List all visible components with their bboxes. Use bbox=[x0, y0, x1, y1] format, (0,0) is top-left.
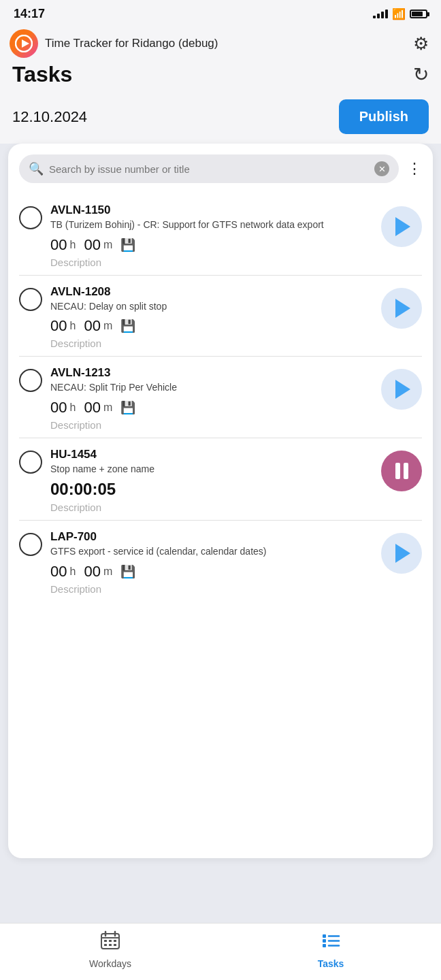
task-content: AVLN-1213NECAU: Split Trip Per Vehicle00… bbox=[50, 366, 373, 431]
hours-unit: h bbox=[69, 566, 76, 578]
task-list: AVLN-1150TB (Turizem Bohinj) - CR: Suppo… bbox=[19, 194, 422, 602]
nav-item-workdays[interactable]: Workdays bbox=[0, 930, 220, 969]
tasks-icon bbox=[321, 930, 341, 956]
app-bar: Time Tracker for Ridango (debug) ⚙ bbox=[0, 25, 441, 61]
task-content: HU-1454Stop name + zone name00:00:05Desc… bbox=[50, 448, 373, 514]
search-row: 🔍 ✕ ⋮ bbox=[19, 154, 422, 183]
task-content: AVLN-1208NECAU: Delay on split stop00 h … bbox=[50, 285, 373, 350]
minutes-value: 00 bbox=[84, 317, 100, 335]
task-item: AVLN-1150TB (Turizem Bohinj) - CR: Suppo… bbox=[19, 194, 422, 276]
svg-rect-11 bbox=[114, 944, 116, 946]
hours-value: 00 bbox=[50, 563, 67, 581]
workdays-icon bbox=[100, 930, 120, 956]
description-input[interactable]: Description bbox=[50, 419, 373, 431]
search-icon: 🔍 bbox=[29, 161, 44, 176]
task-item: AVLN-1213NECAU: Split Trip Per Vehicle00… bbox=[19, 357, 422, 438]
description-input[interactable]: Description bbox=[50, 338, 373, 349]
minutes-value: 00 bbox=[84, 399, 100, 416]
description-input[interactable]: Description bbox=[50, 257, 373, 268]
task-description: Stop name + zone name bbox=[50, 463, 373, 476]
settings-icon[interactable]: ⚙ bbox=[413, 33, 429, 54]
description-input[interactable]: Description bbox=[50, 583, 373, 595]
svg-marker-1 bbox=[22, 39, 29, 48]
hours-value: 00 bbox=[50, 236, 67, 254]
app-title: Time Tracker for Ridango (debug) bbox=[45, 37, 218, 50]
minutes-unit: m bbox=[103, 402, 112, 414]
save-icon[interactable]: 💾 bbox=[120, 238, 135, 252]
svg-rect-7 bbox=[109, 940, 112, 942]
task-description: NECAU: Split Trip Per Vehicle bbox=[50, 381, 373, 395]
nav-item-tasks[interactable]: Tasks bbox=[220, 930, 441, 969]
date-display: 12.10.2024 bbox=[12, 108, 87, 126]
wifi-icon: 📶 bbox=[392, 7, 406, 20]
workdays-label: Workdays bbox=[89, 958, 131, 969]
date-row: 12.10.2024 Publish bbox=[0, 94, 441, 144]
status-icons: 📶 bbox=[373, 7, 427, 20]
task-checkbox[interactable] bbox=[19, 533, 42, 556]
task-content: LAP-700GTFS export - service id (calenda… bbox=[50, 530, 373, 595]
page-title: Tasks bbox=[12, 62, 72, 87]
task-item: LAP-700GTFS export - service id (calenda… bbox=[19, 521, 422, 602]
description-input[interactable]: Description bbox=[50, 502, 373, 513]
bottom-nav: Workdays Tasks bbox=[0, 923, 441, 980]
app-bar-left: Time Tracker for Ridango (debug) bbox=[10, 29, 218, 58]
svg-rect-9 bbox=[104, 944, 107, 946]
task-checkbox[interactable] bbox=[19, 206, 42, 229]
task-id: AVLN-1150 bbox=[50, 203, 373, 217]
refresh-icon[interactable]: ↻ bbox=[413, 63, 429, 86]
status-time: 14:17 bbox=[14, 7, 45, 21]
svg-rect-12 bbox=[323, 934, 326, 938]
hours-value: 00 bbox=[50, 317, 67, 335]
task-item: AVLN-1208NECAU: Delay on split stop00 h … bbox=[19, 276, 422, 357]
svg-rect-14 bbox=[323, 939, 326, 943]
signal-icon bbox=[373, 10, 388, 18]
task-id: AVLN-1208 bbox=[50, 285, 373, 299]
active-timer-value: 00:00:05 bbox=[50, 480, 116, 499]
save-icon[interactable]: 💾 bbox=[120, 564, 135, 579]
task-checkbox[interactable] bbox=[19, 288, 42, 311]
minutes-unit: m bbox=[103, 239, 112, 251]
svg-rect-6 bbox=[104, 940, 107, 942]
minutes-unit: m bbox=[103, 566, 112, 578]
task-timer-row: 00 h 00 m 💾 bbox=[50, 317, 373, 335]
task-timer-row: 00 h 00 m 💾 bbox=[50, 399, 373, 416]
task-id: LAP-700 bbox=[50, 530, 373, 544]
task-checkbox[interactable] bbox=[19, 369, 42, 392]
task-description: TB (Turizem Bohinj) - CR: Support for GT… bbox=[50, 218, 373, 232]
minutes-value: 00 bbox=[84, 236, 100, 254]
task-timer-row: 00:00:05 bbox=[50, 480, 373, 499]
task-id: HU-1454 bbox=[50, 448, 373, 461]
play-button[interactable] bbox=[381, 288, 422, 329]
svg-rect-8 bbox=[114, 940, 116, 942]
status-bar: 14:17 📶 bbox=[0, 0, 441, 25]
task-description: NECAU: Delay on split stop bbox=[50, 300, 373, 314]
tasks-label: Tasks bbox=[318, 958, 344, 969]
search-input[interactable] bbox=[49, 163, 369, 175]
hours-value: 00 bbox=[50, 399, 67, 416]
hours-unit: h bbox=[69, 402, 76, 414]
svg-rect-16 bbox=[323, 944, 326, 947]
main-card: 🔍 ✕ ⋮ AVLN-1150TB (Turizem Bohinj) - CR:… bbox=[8, 144, 433, 858]
task-item: HU-1454Stop name + zone name00:00:05Desc… bbox=[19, 438, 422, 521]
task-timer-row: 00 h 00 m 💾 bbox=[50, 236, 373, 254]
task-checkbox[interactable] bbox=[19, 451, 42, 474]
play-button[interactable] bbox=[381, 206, 422, 247]
minutes-unit: m bbox=[103, 320, 112, 332]
save-icon[interactable]: 💾 bbox=[120, 400, 135, 415]
task-content: AVLN-1150TB (Turizem Bohinj) - CR: Suppo… bbox=[50, 203, 373, 268]
search-box: 🔍 ✕ bbox=[19, 154, 399, 183]
task-timer-row: 00 h 00 m 💾 bbox=[50, 563, 373, 581]
task-id: AVLN-1213 bbox=[50, 366, 373, 380]
publish-button[interactable]: Publish bbox=[339, 99, 429, 134]
page-header: Tasks ↻ bbox=[0, 61, 441, 94]
play-button[interactable] bbox=[381, 533, 422, 574]
play-button[interactable] bbox=[381, 369, 422, 410]
hours-unit: h bbox=[69, 320, 76, 332]
clear-search-icon[interactable]: ✕ bbox=[374, 161, 389, 176]
save-icon[interactable]: 💾 bbox=[120, 318, 135, 333]
pause-button[interactable] bbox=[381, 451, 422, 491]
svg-rect-10 bbox=[109, 944, 112, 946]
task-description: GTFS export - service id (calendar, cale… bbox=[50, 545, 373, 559]
more-options-icon[interactable]: ⋮ bbox=[407, 160, 422, 178]
app-logo bbox=[10, 29, 38, 58]
